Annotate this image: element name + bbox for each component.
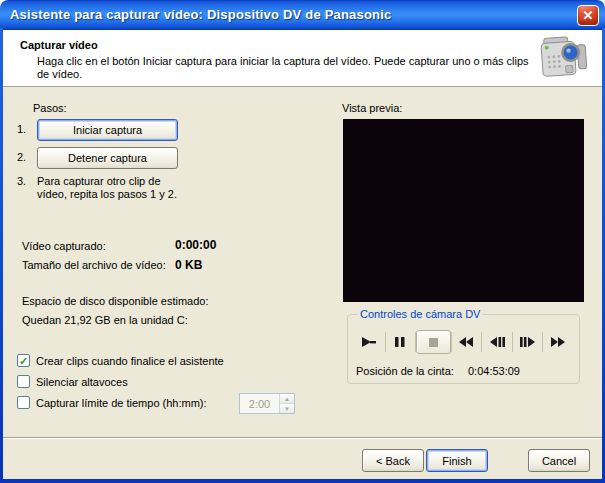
captured-video-value: 0:00:00 [175,238,216,252]
window-border-bottom [0,479,605,483]
file-size-label: Tamaño del archivo de vídeo: [22,259,166,272]
window-border-left [0,28,3,483]
rewind-icon [459,337,473,347]
step3-number: 3. [17,175,26,188]
next-frame-icon [520,337,535,347]
stop-capture-button[interactable]: Detener captura [37,147,178,169]
create-clips-checkbox[interactable]: ✓ [17,354,30,367]
tape-position-value: 0:04:53:09 [468,365,520,378]
finish-button[interactable]: Finish [426,449,488,472]
camcorder-icon [538,33,590,87]
wizard-header: Capturar vídeo Haga clic en el botón Ini… [3,30,602,87]
mute-speakers-label[interactable]: Silenciar altavoces [36,376,128,389]
cancel-button[interactable]: Cancel [528,449,590,472]
title-bar: Asistente para capturar vídeo: Dispositi… [0,0,605,30]
back-button[interactable]: < Back [362,449,424,472]
rewind-button[interactable] [452,329,482,355]
pause-icon [395,337,405,347]
play-icon [362,337,377,347]
next-frame-button[interactable] [513,329,543,355]
step3-text: Para capturar otro clip de vídeo, repita… [37,175,189,201]
pause-button[interactable] [386,329,416,355]
spinner-down-icon[interactable]: ▼ [280,404,294,413]
mute-speakers-checkbox[interactable] [17,375,30,388]
fast-forward-icon [551,337,565,347]
start-capture-button[interactable]: Iniciar captura [37,119,178,141]
disk-space-remaining: Quedan 21,92 GB en la unidad C: [22,314,188,327]
file-size-value: 0 KB [175,258,202,272]
time-limit-label[interactable]: Capturar límite de tiempo (hh:mm): [36,397,207,410]
spinner-buttons: ▲ ▼ [279,394,294,413]
step2-number: 2. [17,151,26,164]
previous-frame-icon [490,337,505,347]
page-description: Haga clic en el botón Iniciar captura pa… [37,55,542,81]
time-limit-spinner[interactable]: ▲ ▼ [239,393,295,414]
close-icon: ✕ [583,8,594,23]
disk-space-label: Espacio de disco disponible estimado: [22,295,209,308]
create-clips-label[interactable]: Crear clips cuando finalice el asistente [36,355,224,368]
stop-button[interactable] [416,330,451,354]
video-preview-pane [343,119,584,302]
fast-forward-button[interactable] [543,329,573,355]
close-button[interactable]: ✕ [577,5,599,26]
capture-wizard-window: Asistente para capturar vídeo: Dispositi… [0,0,605,483]
captured-video-label: Vídeo capturado: [22,240,106,253]
previous-frame-button[interactable] [482,329,512,355]
preview-label: Vista previa: [342,102,402,115]
stop-icon [429,338,438,347]
transport-controls [355,328,573,356]
window-title: Asistente para capturar vídeo: Dispositi… [10,7,391,22]
dv-controls-group: Controles de cámara DV [347,314,580,384]
step1-number: 1. [17,123,26,136]
tape-position-label: Posición de la cinta: [356,365,454,378]
spinner-up-icon[interactable]: ▲ [280,394,294,404]
play-button[interactable] [355,329,385,355]
time-limit-input[interactable] [240,394,279,413]
time-limit-checkbox[interactable] [17,396,30,409]
page-title: Capturar vídeo [20,39,98,51]
dv-controls-legend: Controles de cámara DV [357,308,483,320]
steps-label: Pasos: [33,102,67,115]
footer-divider-highlight [3,438,602,439]
